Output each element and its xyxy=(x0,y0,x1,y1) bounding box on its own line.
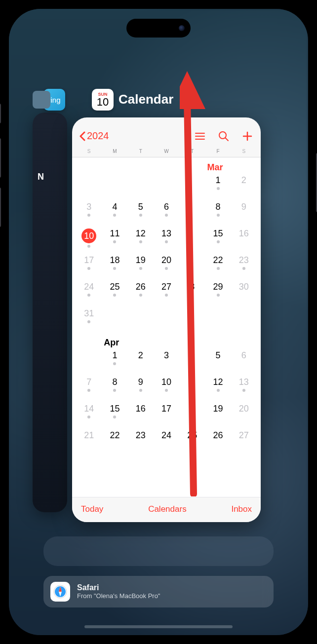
day-cell[interactable]: 26 xyxy=(205,429,231,452)
handoff-banner[interactable]: Safari From "Olena's MacBook Pro" xyxy=(43,576,274,607)
calendars-button[interactable]: Calendars xyxy=(148,504,187,514)
day-cell xyxy=(179,307,205,330)
day-number: 13 xyxy=(239,377,249,387)
day-number: 3 xyxy=(164,350,169,361)
event-dot xyxy=(113,389,116,392)
home-indicator[interactable] xyxy=(84,625,233,628)
day-cell[interactable]: 10 xyxy=(154,376,179,398)
day-cell[interactable]: 17 xyxy=(154,402,179,425)
day-cell[interactable]: 26 xyxy=(128,280,154,303)
day-cell[interactable]: 1 xyxy=(102,349,127,372)
back-button[interactable]: 2024 xyxy=(79,130,109,142)
day-number: 22 xyxy=(110,430,119,441)
app-card-ring[interactable]: N xyxy=(33,113,67,512)
ring-app-icon[interactable]: ring xyxy=(43,89,65,111)
day-number: 24 xyxy=(84,282,94,292)
day-cell[interactable]: 19 xyxy=(128,254,154,276)
day-cell[interactable]: 16 xyxy=(231,227,257,250)
day-cell[interactable]: 25 xyxy=(179,429,205,452)
day-cell[interactable]: 24 xyxy=(76,280,102,303)
day-cell[interactable]: 20 xyxy=(154,254,179,276)
day-number: 12 xyxy=(213,377,223,387)
day-cell[interactable]: 19 xyxy=(205,402,231,425)
day-cell[interactable]: 12 xyxy=(128,227,154,250)
list-view-icon[interactable] xyxy=(195,132,205,141)
calendar-app-icon[interactable]: SUN 10 xyxy=(92,89,114,111)
day-cell[interactable]: 13 xyxy=(154,227,179,250)
day-cell[interactable]: 21 xyxy=(76,429,102,452)
volume-down-button[interactable] xyxy=(0,188,1,227)
day-cell[interactable]: 13 xyxy=(231,376,257,398)
day-cell[interactable]: 8 xyxy=(102,376,127,398)
volume-up-button[interactable] xyxy=(0,138,1,178)
add-event-icon[interactable] xyxy=(242,131,253,142)
day-cell[interactable]: 17 xyxy=(76,254,102,276)
weekday-label: T xyxy=(179,149,205,154)
day-cell[interactable]: 8 xyxy=(179,280,205,303)
app-card-calendar[interactable]: 2024 SMTWTFS Mar xyxy=(72,117,261,522)
day-cell[interactable]: 15 xyxy=(205,227,231,250)
day-cell[interactable]: 8 xyxy=(205,200,231,223)
day-cell[interactable]: 8 xyxy=(179,402,205,425)
event-dot xyxy=(139,214,142,217)
day-cell[interactable]: 5 xyxy=(128,200,154,223)
day-cell[interactable]: 27 xyxy=(231,429,257,452)
day-cell[interactable]: 4 xyxy=(102,200,127,223)
handoff-title: Safari xyxy=(77,583,160,592)
day-cell[interactable]: 25 xyxy=(102,280,127,303)
day-number: 16 xyxy=(239,228,249,239)
day-cell[interactable]: 5 xyxy=(205,349,231,372)
day-cell xyxy=(179,200,205,223)
day-cell[interactable]: 23 xyxy=(128,429,154,452)
day-number: 18 xyxy=(110,255,119,265)
day-cell[interactable]: 30 xyxy=(231,280,257,303)
day-cell[interactable]: 11 xyxy=(102,227,127,250)
day-number: 21 xyxy=(84,430,94,441)
day-cell[interactable]: 22 xyxy=(205,254,231,276)
day-cell[interactable]: 27 xyxy=(154,280,179,303)
day-cell xyxy=(102,307,127,330)
event-dot xyxy=(139,294,142,297)
day-cell[interactable]: 23 xyxy=(231,254,257,276)
day-cell[interactable]: 15 xyxy=(102,402,127,425)
search-icon[interactable] xyxy=(218,131,229,142)
day-cell[interactable]: 3 xyxy=(154,349,179,372)
day-cell[interactable]: 9 xyxy=(231,200,257,223)
silent-switch[interactable] xyxy=(0,104,1,123)
day-number: 6 xyxy=(164,202,169,212)
day-number: 9 xyxy=(241,202,246,212)
day-cell[interactable]: 10 xyxy=(76,227,102,250)
day-cell[interactable]: 16 xyxy=(128,402,154,425)
day-cell[interactable]: 20 xyxy=(231,402,257,425)
day-cell[interactable]: 22 xyxy=(102,429,127,452)
day-number: 1 xyxy=(112,350,117,361)
day-cell xyxy=(205,307,231,330)
day-cell[interactable]: 29 xyxy=(205,280,231,303)
day-cell[interactable]: 3 xyxy=(76,200,102,223)
event-dot xyxy=(113,240,116,243)
day-cell[interactable]: 24 xyxy=(154,429,179,452)
month-grid-apr: 1235678910121314151617819202122232425262… xyxy=(72,349,261,452)
today-button[interactable]: Today xyxy=(81,504,103,514)
event-dot xyxy=(87,389,90,392)
day-number: 8 xyxy=(190,282,195,292)
day-cell[interactable]: 6 xyxy=(154,200,179,223)
day-number: 26 xyxy=(213,430,223,441)
event-dot xyxy=(217,240,220,243)
day-cell[interactable]: 31 xyxy=(76,307,102,330)
day-cell[interactable]: 6 xyxy=(231,349,257,372)
day-cell[interactable]: 12 xyxy=(205,376,231,398)
day-cell[interactable]: 18 xyxy=(102,254,127,276)
day-cell[interactable]: 14 xyxy=(76,402,102,425)
calendar-top-actions xyxy=(195,131,253,142)
day-number: 3 xyxy=(86,202,91,212)
day-cell[interactable]: 2 xyxy=(231,174,257,196)
event-dot xyxy=(113,267,116,270)
calendar-scroll[interactable]: Mar 123456891011121315161718192022232425… xyxy=(72,157,261,497)
day-cell[interactable]: 1 xyxy=(205,174,231,196)
inbox-button[interactable]: Inbox xyxy=(231,504,252,514)
day-number: 15 xyxy=(110,404,119,414)
day-cell[interactable]: 9 xyxy=(128,376,154,398)
day-cell[interactable]: 7 xyxy=(76,376,102,398)
day-cell[interactable]: 2 xyxy=(128,349,154,372)
